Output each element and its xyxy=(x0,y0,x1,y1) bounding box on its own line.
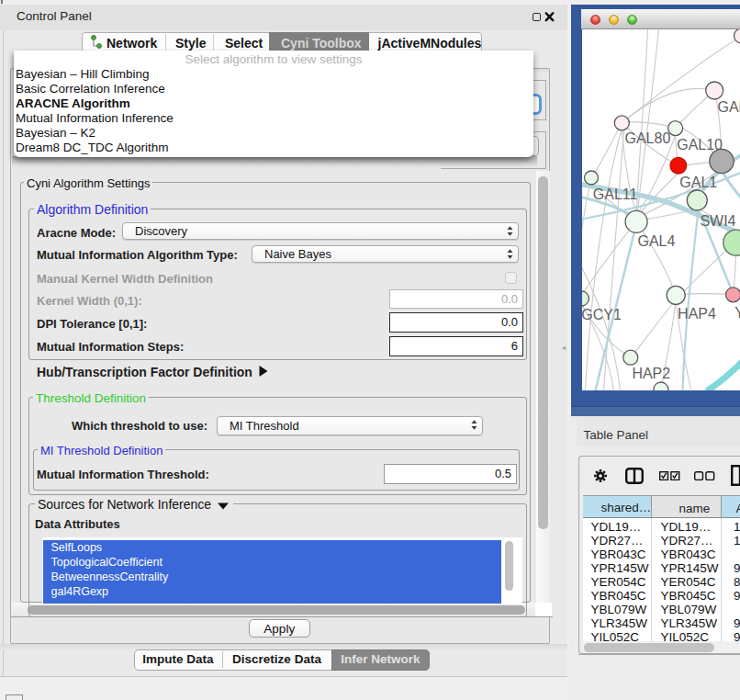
svg-text:GAL4: GAL4 xyxy=(637,233,675,249)
svg-text:GAL10: GAL10 xyxy=(677,137,723,152)
svg-text:GAL11: GAL11 xyxy=(592,186,637,202)
svg-text:SWI4: SWI4 xyxy=(700,213,735,229)
svg-text:HAP2: HAP2 xyxy=(632,366,670,381)
svg-text:GAL7: GAL7 xyxy=(717,99,740,115)
svg-text:GAL80: GAL80 xyxy=(624,130,670,146)
svg-text:Y: Y xyxy=(734,305,740,321)
svg-text:HAP4: HAP4 xyxy=(678,306,716,322)
svg-text:GCY1: GCY1 xyxy=(582,307,622,322)
svg-text:GAL1: GAL1 xyxy=(679,175,717,190)
